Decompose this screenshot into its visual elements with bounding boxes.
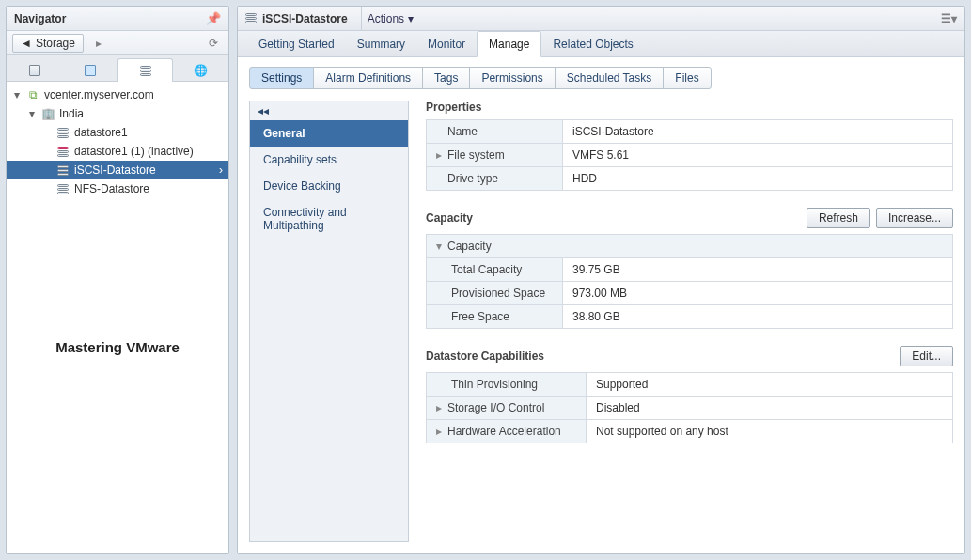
tree-label: NFS-Datastore (74, 182, 149, 195)
tab-manage[interactable]: Manage (477, 31, 541, 57)
edit-button[interactable]: Edit... (900, 346, 953, 366)
cap-row-total: Total Capacity 39.75 GB (427, 258, 953, 282)
prop-row-name: Name iSCSI-Datastore (427, 120, 953, 144)
hosts-icon (29, 65, 40, 76)
expand-icon: ▸ (436, 401, 444, 414)
network-icon: 🌐 (194, 64, 208, 77)
tree-row-datastore[interactable]: NFS-Datastore (7, 179, 228, 198)
tree-row-vcenter[interactable]: ▾ ⧉ vcenter.myserver.com (7, 86, 228, 104)
capab-key: Thin Provisioning (451, 378, 538, 391)
capab-value: Disabled (587, 397, 953, 420)
subtab-settings[interactable]: Settings (249, 67, 314, 89)
properties-table: Name iSCSI-Datastore ▸File system VMFS 5… (426, 119, 953, 191)
panel-menu-icon[interactable]: ☰▾ (941, 12, 957, 25)
capabilities-heading: Datastore Capabilities (426, 350, 544, 363)
capacity-group-label: Capacity (447, 240, 492, 253)
collapse-side-menu[interactable]: ◂◂ (250, 101, 408, 120)
datastore-icon (245, 13, 257, 23)
cap-value: 38.80 GB (563, 305, 953, 329)
subtab-scheduled-tasks[interactable]: Scheduled Tasks (555, 67, 665, 89)
datastore-inactive-icon (55, 147, 70, 157)
refresh-icon[interactable]: ⟳ (204, 34, 223, 53)
capacity-group-row[interactable]: ▾Capacity (427, 235, 953, 258)
cap-row-free: Free Space 38.80 GB (427, 305, 953, 329)
datastore-icon (55, 184, 70, 194)
side-item-connectivity-multipathing[interactable]: Connectivity and Multipathing (250, 199, 408, 239)
expand-icon: ▸ (436, 425, 444, 438)
nav-tab-storage[interactable] (117, 58, 173, 82)
navigator-header: Navigator 📌 (7, 7, 228, 31)
capab-key: Hardware Acceleration (447, 425, 561, 438)
subtab-alarm-definitions[interactable]: Alarm Definitions (313, 67, 423, 89)
actions-menu[interactable]: Actions ▾ (361, 7, 419, 30)
vms-icon (85, 65, 96, 76)
tab-monitor[interactable]: Monitor (416, 32, 477, 56)
tab-getting-started[interactable]: Getting Started (247, 32, 346, 56)
breadcrumb-back[interactable]: ◄ Storage (12, 34, 84, 53)
capab-row-sioc[interactable]: ▸Storage I/O Control Disabled (427, 397, 953, 420)
tree-label: datastore1 (74, 126, 128, 139)
chevron-down-icon: ▾ (408, 12, 414, 25)
cap-key: Total Capacity (451, 263, 522, 276)
nav-tab-vms[interactable] (62, 58, 117, 82)
collapse-icon: ▾ (436, 240, 444, 253)
side-item-capability-sets[interactable]: Capability sets (250, 147, 408, 173)
navigator-tree: ▾ ⧉ vcenter.myserver.com ▾ 🏢 India datas… (7, 82, 228, 553)
tree-row-datastore-selected[interactable]: iSCSI-Datastore › (7, 161, 228, 179)
capacity-table: ▾Capacity Total Capacity 39.75 GB Provis… (426, 234, 953, 329)
nav-tab-networking[interactable]: 🌐 (173, 58, 228, 82)
subtab-tags[interactable]: Tags (422, 67, 470, 89)
tab-related-objects[interactable]: Related Objects (541, 32, 644, 56)
breadcrumb-label: Storage (36, 37, 75, 50)
increase-button[interactable]: Increase... (876, 208, 953, 228)
side-item-device-backing[interactable]: Device Backing (250, 173, 408, 199)
tab-summary[interactable]: Summary (346, 32, 416, 56)
actions-label: Actions (368, 12, 404, 25)
datastore-icon (55, 165, 70, 176)
prop-row-filesystem[interactable]: ▸File system VMFS 5.61 (427, 144, 953, 167)
prop-value: iSCSI-Datastore (563, 120, 953, 144)
watermark: Mastering VMware (7, 339, 228, 355)
datastore-icon (55, 128, 70, 138)
tree-label: iSCSI-Datastore (74, 163, 156, 177)
tree-row-datastore[interactable]: datastore1 (1) (inactive) (7, 142, 228, 161)
cap-key: Provisioned Space (451, 287, 545, 300)
main-panel: iSCSI-Datastore Actions ▾ ☰▾ Getting Sta… (237, 6, 965, 554)
subtab-files[interactable]: Files (663, 67, 711, 89)
twisty-icon: ▾ (12, 88, 22, 101)
subtab-permissions[interactable]: Permissions (469, 67, 555, 89)
tree-label: vcenter.myserver.com (44, 88, 154, 101)
properties-heading: Properties (426, 101, 953, 114)
pin-icon[interactable]: 📌 (206, 11, 221, 25)
storage-icon (140, 66, 151, 76)
double-chevron-left-icon: ◂◂ (258, 104, 269, 117)
prop-key: Name (447, 125, 478, 138)
twisty-icon: ▾ (27, 107, 37, 120)
cap-key: Free Space (451, 310, 509, 323)
capab-row-hwaccel[interactable]: ▸Hardware Acceleration Not supported on … (427, 420, 953, 443)
capab-value: Supported (587, 373, 953, 397)
settings-side-menu: ◂◂ General Capability sets Device Backin… (249, 101, 409, 542)
refresh-button[interactable]: Refresh (807, 208, 870, 228)
cap-value: 39.75 GB (563, 258, 953, 282)
content-area: ◂◂ General Capability sets Device Backin… (238, 89, 964, 553)
breadcrumb-forward[interactable]: ▸ (89, 34, 108, 53)
tree-row-datastore[interactable]: datastore1 (7, 123, 228, 142)
top-tabs: Getting Started Summary Monitor Manage R… (238, 31, 964, 57)
capacity-heading: Capacity (426, 211, 473, 225)
tree-label: datastore1 (1) (inactive) (74, 145, 194, 158)
tree-label: India (59, 107, 84, 120)
expand-icon: ▸ (436, 148, 444, 162)
chevron-right-icon: › (219, 163, 223, 177)
main-header: iSCSI-Datastore Actions ▾ ☰▾ (238, 7, 964, 31)
capabilities-table: Thin Provisioning Supported ▸Storage I/O… (426, 372, 953, 443)
capab-key: Storage I/O Control (447, 401, 544, 414)
cap-row-provisioned: Provisioned Space 973.00 MB (427, 282, 953, 305)
nav-tab-hosts[interactable] (7, 58, 62, 82)
capab-value: Not supported on any host (587, 420, 953, 443)
side-item-general[interactable]: General (250, 120, 408, 147)
tree-row-datacenter[interactable]: ▾ 🏢 India (7, 104, 228, 123)
prop-value: HDD (563, 167, 953, 191)
navigator-tabs: 🌐 (7, 55, 228, 82)
cap-value: 973.00 MB (563, 282, 953, 305)
